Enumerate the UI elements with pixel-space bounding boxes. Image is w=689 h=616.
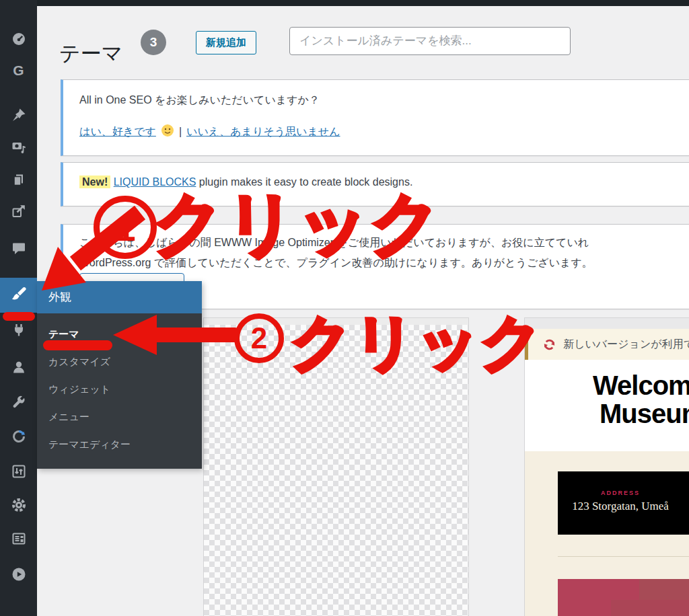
update-refresh-icon: [542, 338, 556, 352]
annotation-step1-circle: 1: [94, 196, 157, 259]
posts-pin-icon: [11, 107, 27, 123]
theme-card-twentytwenty[interactable]: 新しいバージョンが利用できます。 Welcome Museum ADDRESS …: [524, 317, 689, 616]
admin-sidebar: G: [0, 0, 37, 616]
aioseo-yes-link[interactable]: はい、好きです: [79, 125, 156, 139]
theme-search-input[interactable]: [289, 27, 571, 55]
dashboard-icon: [11, 31, 27, 47]
sidebar-item-plugins[interactable]: [0, 321, 37, 340]
theme-preview-body: ADDRESS 123 Storgatan, Umeå: [525, 451, 689, 616]
flyout-item-list: テーマ カスタマイズ ウィジェット メニュー テーマエディター: [37, 313, 202, 469]
address-box: ADDRESS 123 Storgatan, Umeå: [558, 471, 689, 535]
annotation-step1-label: クリック: [153, 189, 443, 258]
preview-title-line2: Museum: [600, 399, 689, 429]
flyout-item-themes[interactable]: テーマ: [37, 320, 202, 348]
sidebar-item-pages[interactable]: [0, 171, 37, 190]
sidebar-item-comments[interactable]: [0, 239, 37, 258]
gear-icon: [11, 497, 27, 513]
sidebar-item-settings-plugin[interactable]: [0, 496, 37, 514]
sidebar-item-posts[interactable]: [0, 106, 37, 124]
sidebar-item-sitekit[interactable]: G: [0, 61, 37, 79]
sliders-icon: [11, 463, 27, 479]
aioseo-no-link[interactable]: いいえ、あまりそう思いません: [186, 125, 340, 139]
preview-title-line1: Welcome: [593, 371, 689, 401]
share-arrow-icon: [11, 203, 27, 219]
flyout-item-menus[interactable]: メニュー: [37, 403, 202, 430]
theme-preview-header: Welcome Museum: [525, 360, 689, 451]
address-value: 123 Storgatan, Umeå: [558, 500, 683, 513]
pages-icon: [11, 172, 27, 188]
sitekit-g-icon: G: [13, 63, 24, 77]
sidebar-item-video[interactable]: [0, 565, 37, 584]
sidebar-item-updates-plugin[interactable]: [0, 427, 37, 446]
update-circle-icon: [11, 428, 27, 445]
annotation-step2-label: クリック: [291, 312, 544, 373]
notice-aioseo: All in One SEO をお楽しみいただいていますか？ はい、好きです |…: [61, 79, 689, 156]
form-table-icon: [11, 531, 27, 547]
sidebar-item-dashboard[interactable]: [0, 30, 37, 48]
sidebar-item-portfolio[interactable]: [0, 202, 37, 221]
preview-divider: [558, 556, 689, 557]
appearance-brush-icon: [10, 285, 28, 305]
annotation-step2-circle: 2: [234, 313, 284, 363]
user-icon: [11, 359, 27, 375]
admin-bar: [0, 0, 689, 6]
wordpress-admin-screen: G: [0, 0, 689, 616]
wrench-icon: [11, 394, 27, 410]
smiley-icon: [161, 124, 174, 140]
aioseo-question: All in One SEO をお楽しみいただいていますか？: [63, 80, 689, 108]
preview-maroon-patch: [639, 579, 689, 600]
comments-icon: [11, 240, 27, 256]
update-notice-text: 新しいバージョンが利用できます。: [563, 338, 689, 352]
theme-update-notice: 新しいバージョンが利用できます。: [525, 329, 689, 360]
flyout-item-customize[interactable]: カスタマイズ: [37, 348, 202, 375]
flyout-item-theme-editor[interactable]: テーマエディター: [37, 430, 202, 458]
preview-maroon-patch: [611, 600, 689, 616]
sidebar-item-users[interactable]: [0, 358, 37, 377]
page-title: テーマ: [59, 40, 122, 68]
play-icon: [11, 566, 27, 582]
sidebar-item-forms[interactable]: [0, 529, 37, 548]
flyout-item-widgets[interactable]: ウィジェット: [37, 375, 202, 403]
sidebar-item-optimizer[interactable]: [0, 462, 37, 481]
add-new-theme-button[interactable]: 新規追加: [196, 31, 256, 54]
theme-count-badge: 3: [141, 30, 166, 55]
sidebar-item-tools[interactable]: [0, 393, 37, 412]
flyout-header-appearance[interactable]: 外観: [37, 281, 202, 313]
appearance-flyout-menu: 外観 テーマ カスタマイズ ウィジェット メニュー テーマエディター: [37, 281, 202, 469]
link-separator: |: [179, 126, 182, 138]
address-label: ADDRESS: [558, 490, 683, 496]
new-badge: New!: [79, 176, 110, 188]
plugin-icon: [11, 322, 27, 338]
sidebar-item-appearance[interactable]: [0, 278, 37, 313]
media-icon: [11, 139, 27, 155]
sidebar-item-media[interactable]: [0, 138, 37, 157]
